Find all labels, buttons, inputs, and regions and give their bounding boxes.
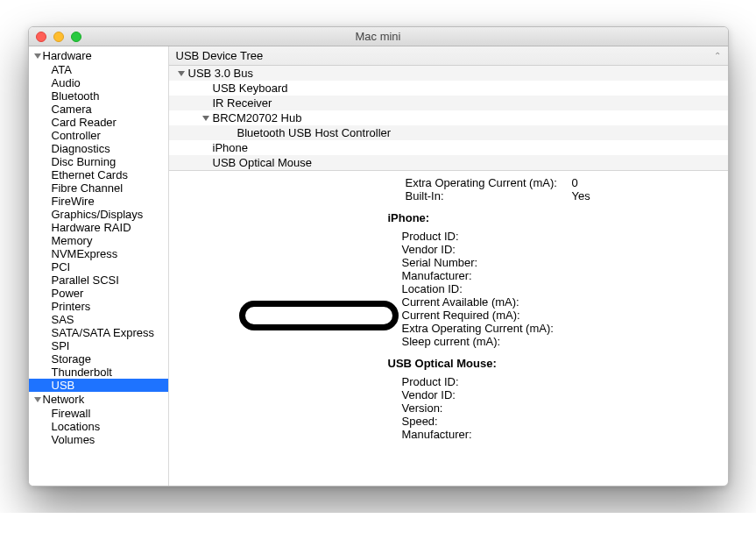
tree-header[interactable]: USB Device Tree ⌃ [169, 46, 728, 66]
detail-row: Version: [402, 401, 719, 415]
sidebar-item-diagnostics[interactable]: Diagnostics [29, 142, 168, 155]
sidebar-item-spi[interactable]: SPI [29, 339, 168, 352]
sidebar-item-storage[interactable]: Storage [29, 352, 168, 366]
detail-key: Current Available (mA): [402, 295, 582, 309]
device-tree-label: BRCM20702 Hub [213, 111, 302, 124]
device-tree-label: Bluetooth USB Host Controller [237, 126, 392, 139]
sidebar-item-memory[interactable]: Memory [29, 234, 168, 247]
system-information-window: Mac mini HardwareATAAudioBluetoothCamera… [28, 26, 729, 487]
detail-key: Manufacturer: [402, 428, 582, 441]
sidebar-item-firewire[interactable]: FireWire [29, 195, 168, 208]
disclosure-triangle-icon[interactable] [34, 397, 41, 402]
detail-key: Product ID: [402, 230, 582, 243]
detail-value [582, 256, 704, 269]
main-panel: USB Device Tree ⌃ USB 3.0 BusUSB Keyboar… [169, 46, 728, 486]
detail-row: Built-In:Yes [406, 189, 719, 202]
detail-value [582, 243, 704, 256]
detail-row: Vendor ID: [402, 388, 719, 401]
sidebar-item-bluetooth[interactable]: Bluetooth [29, 89, 168, 103]
window-body: HardwareATAAudioBluetoothCameraCard Read… [29, 46, 728, 486]
details-pane[interactable]: Extra Operating Current (mA):0Built-In:Y… [169, 171, 728, 486]
detail-value [582, 415, 704, 428]
detail-row: Product ID: [402, 230, 719, 243]
sidebar-item-disc-burning[interactable]: Disc Burning [29, 155, 168, 168]
detail-value [582, 335, 704, 348]
detail-key: Current Required (mA): [402, 309, 582, 322]
detail-value [582, 401, 704, 415]
sidebar-item-ata[interactable]: ATA [29, 63, 168, 76]
sidebar-category-label: Hardware [43, 49, 92, 62]
device-tree-label: USB Optical Mouse [213, 156, 312, 169]
detail-key: Extra Operating Current (mA): [402, 322, 582, 335]
window-title: Mac mini [29, 30, 728, 43]
detail-value [582, 295, 704, 309]
device-tree-label: USB Keyboard [213, 82, 288, 95]
sidebar-category[interactable]: Network [29, 392, 168, 407]
disclosure-triangle-icon[interactable] [34, 53, 41, 59]
sidebar-category-label: Network [43, 393, 85, 406]
disclosure-triangle-icon[interactable] [178, 71, 185, 76]
sidebar-item-parallel-scsi[interactable]: Parallel SCSI [29, 273, 168, 287]
sidebar-category[interactable]: Hardware [29, 48, 168, 63]
device-tree-row[interactable]: USB Keyboard [169, 81, 728, 96]
sidebar-item-pci[interactable]: PCI [29, 260, 168, 273]
detail-key: Sleep current (mA): [402, 335, 582, 348]
detail-row: Extra Operating Current (mA): [402, 322, 719, 335]
detail-value [582, 322, 704, 335]
sidebar-item-nvmexpress[interactable]: NVMExpress [29, 247, 168, 260]
detail-key: Built-In: [406, 189, 572, 202]
detail-row: Manufacturer: [402, 428, 719, 441]
device-tree-row[interactable]: USB 3.0 Bus [169, 66, 728, 81]
disclosure-triangle-icon[interactable] [202, 116, 209, 121]
device-tree-row[interactable]: BRCM20702 Hub [169, 110, 728, 125]
device-tree[interactable]: USB 3.0 BusUSB KeyboardIR ReceiverBRCM20… [169, 66, 728, 171]
sidebar-item-graphics-displays[interactable]: Graphics/Displays [29, 208, 168, 221]
device-tree-row[interactable]: IR Receiver [169, 96, 728, 110]
sidebar-item-audio[interactable]: Audio [29, 76, 168, 89]
detail-key: Vendor ID: [402, 243, 582, 256]
sidebar[interactable]: HardwareATAAudioBluetoothCameraCard Read… [29, 46, 169, 486]
detail-row: Serial Number: [402, 256, 719, 269]
detail-section-heading: iPhone: [388, 211, 719, 224]
sidebar-item-printers[interactable]: Printers [29, 300, 168, 313]
detail-row: Product ID: [402, 375, 719, 388]
sidebar-item-card-reader[interactable]: Card Reader [29, 116, 168, 129]
detail-key: Product ID: [402, 375, 582, 388]
sidebar-item-controller[interactable]: Controller [29, 129, 168, 142]
sidebar-item-volumes[interactable]: Volumes [29, 433, 168, 446]
device-tree-row[interactable]: Bluetooth USB Host Controller [169, 125, 728, 140]
device-tree-row[interactable]: USB Optical Mouse [169, 155, 728, 170]
detail-value [582, 269, 704, 282]
sidebar-item-firewall[interactable]: Firewall [29, 407, 168, 420]
sidebar-item-locations[interactable]: Locations [29, 420, 168, 433]
detail-value: 0 [572, 176, 578, 189]
device-tree-row[interactable]: iPhone [169, 140, 728, 155]
detail-row: Vendor ID: [402, 243, 719, 256]
detail-key: Speed: [402, 415, 582, 428]
sidebar-item-ethernet-cards[interactable]: Ethernet Cards [29, 168, 168, 181]
detail-value [582, 375, 704, 388]
detail-value [582, 388, 704, 401]
sidebar-item-sas[interactable]: SAS [29, 313, 168, 326]
sidebar-item-power[interactable]: Power [29, 287, 168, 300]
collapse-icon[interactable]: ⌃ [714, 51, 721, 60]
sidebar-item-usb[interactable]: USB [29, 379, 168, 392]
sidebar-item-thunderbolt[interactable]: Thunderbolt [29, 366, 168, 379]
detail-key: Vendor ID: [402, 388, 582, 401]
detail-key: Manufacturer: [402, 269, 582, 282]
detail-row: Speed: [402, 415, 719, 428]
detail-row: Extra Operating Current (mA):0 [406, 176, 719, 189]
device-tree-label: IR Receiver [213, 96, 272, 110]
detail-row: Sleep current (mA): [402, 335, 719, 348]
sidebar-item-camera[interactable]: Camera [29, 103, 168, 116]
device-tree-label: iPhone [213, 141, 248, 154]
sidebar-item-hardware-raid[interactable]: Hardware RAID [29, 221, 168, 234]
sidebar-item-fibre-channel[interactable]: Fibre Channel [29, 181, 168, 195]
detail-row: Current Available (mA): [402, 295, 719, 309]
sidebar-item-sata-sata-express[interactable]: SATA/SATA Express [29, 326, 168, 339]
detail-row: Current Required (mA): [402, 309, 719, 322]
detail-row: Manufacturer: [402, 269, 719, 282]
titlebar[interactable]: Mac mini [29, 27, 728, 46]
device-tree-label: USB 3.0 Bus [188, 67, 253, 80]
detail-key: Version: [402, 401, 582, 415]
